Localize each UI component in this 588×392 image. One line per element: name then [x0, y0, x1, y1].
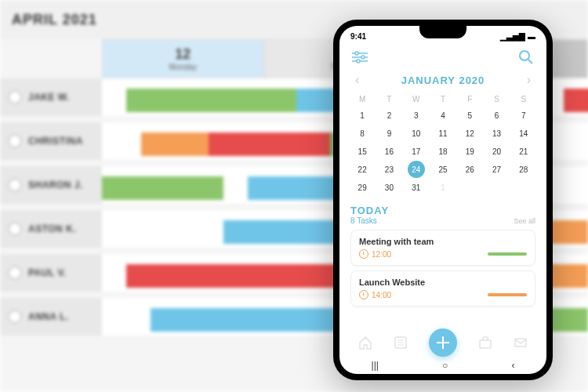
- android-nav: ||| ○ ‹: [339, 357, 546, 374]
- home-icon[interactable]: [358, 335, 373, 350]
- calendar-nav: ‹ JANUARY 2020 ›: [339, 73, 546, 87]
- cal-day[interactable]: 10: [403, 125, 430, 143]
- cal-day[interactable]: 13: [483, 125, 510, 143]
- calendar-grid: MTWTFSS123456789101112131415161718192021…: [339, 87, 546, 200]
- cal-weekday: W: [403, 92, 430, 107]
- svg-rect-12: [480, 340, 491, 348]
- gantt-title: APRIL 2021: [12, 12, 97, 28]
- recent-apps-icon[interactable]: |||: [372, 360, 379, 371]
- cal-weekday: T: [376, 92, 402, 107]
- filter-icon[interactable]: [350, 48, 369, 67]
- avatar: [8, 90, 22, 104]
- task-card[interactable]: Meeting with team12:00: [350, 230, 535, 266]
- cal-day[interactable]: 27: [483, 161, 510, 179]
- phone-frame: 9:41 ▁▃▅▇ ▬ ‹ JANUARY 2020 › MTWTFSS1234…: [333, 20, 553, 380]
- task-card[interactable]: Launch Website14:00: [350, 270, 535, 307]
- cal-day[interactable]: 23: [376, 161, 402, 179]
- task-bar[interactable]: [564, 89, 588, 112]
- task-bar[interactable]: [209, 132, 330, 156]
- person-cell[interactable]: JAKE W.: [0, 78, 102, 116]
- cal-day[interactable]: 26: [456, 161, 483, 179]
- cal-day[interactable]: 1: [430, 179, 456, 197]
- avatar: [8, 178, 22, 192]
- cal-day[interactable]: 11: [430, 125, 456, 143]
- cal-day[interactable]: 28: [510, 161, 537, 179]
- task-progress: [488, 293, 527, 296]
- avatar: [8, 222, 22, 236]
- svg-point-6: [520, 51, 529, 60]
- cal-day[interactable]: 9: [376, 125, 402, 143]
- see-all-link[interactable]: See all: [514, 217, 535, 225]
- cal-day[interactable]: 1: [349, 107, 376, 125]
- app-header: [339, 43, 546, 71]
- cal-weekday: F: [456, 92, 483, 107]
- today-title: TODAY: [350, 205, 389, 216]
- cal-day[interactable]: 20: [483, 143, 510, 161]
- mail-icon[interactable]: [513, 335, 528, 350]
- clock-icon: [359, 290, 368, 299]
- search-icon[interactable]: [517, 48, 535, 67]
- cal-day[interactable]: 18: [430, 143, 456, 161]
- cal-day[interactable]: 3: [403, 107, 430, 125]
- svg-rect-13: [515, 339, 526, 347]
- person-cell[interactable]: SHARON J.: [0, 166, 102, 204]
- today-count: 8 Tasks: [350, 216, 389, 225]
- add-button[interactable]: [429, 328, 457, 357]
- person-cell[interactable]: ASTON K.: [0, 210, 102, 248]
- back-nav-icon[interactable]: ‹: [511, 360, 514, 371]
- cal-day[interactable]: 19: [456, 143, 483, 161]
- avatar: [8, 310, 22, 324]
- phone-screen: 9:41 ▁▃▅▇ ▬ ‹ JANUARY 2020 › MTWTFSS1234…: [339, 26, 546, 374]
- phone-notch: [419, 26, 466, 38]
- svg-point-3: [361, 56, 365, 59]
- cal-day[interactable]: 12: [456, 125, 483, 143]
- cal-day[interactable]: 29: [349, 179, 376, 197]
- svg-line-7: [528, 60, 532, 64]
- calendar-title: JANUARY 2020: [401, 74, 485, 86]
- next-month-icon[interactable]: ›: [527, 73, 531, 87]
- task-time: 12:00: [359, 249, 391, 259]
- cal-day[interactable]: 16: [376, 143, 402, 161]
- task-time: 14:00: [359, 290, 391, 299]
- list-icon[interactable]: [393, 335, 408, 350]
- cal-day[interactable]: 24: [408, 161, 425, 178]
- avatar: [8, 134, 22, 148]
- cal-day[interactable]: 17: [403, 143, 430, 161]
- status-icons: ▁▃▅▇ ▬: [500, 32, 535, 41]
- avatar: [8, 266, 22, 280]
- person-cell[interactable]: CHRISTINA: [0, 122, 102, 160]
- task-bar[interactable]: [126, 89, 296, 112]
- cal-day[interactable]: 4: [430, 107, 456, 125]
- cal-weekday: M: [349, 92, 376, 107]
- person-cell[interactable]: ANNA L.: [0, 298, 102, 336]
- cal-day[interactable]: 14: [510, 125, 537, 143]
- cal-day[interactable]: 25: [430, 161, 456, 179]
- prev-month-icon[interactable]: ‹: [355, 73, 359, 87]
- signal-icon: ▁▃▅▇: [500, 32, 525, 41]
- task-title: Meeting with team: [359, 237, 527, 246]
- day-column[interactable]: 12Monday: [102, 39, 264, 78]
- svg-point-5: [357, 60, 360, 63]
- cal-day[interactable]: 7: [510, 107, 537, 125]
- cal-day[interactable]: 8: [349, 125, 376, 143]
- cal-day[interactable]: 15: [349, 143, 376, 161]
- battery-icon: ▬: [528, 32, 535, 41]
- clock-icon: [359, 249, 368, 259]
- cal-day[interactable]: 6: [483, 107, 510, 125]
- task-bar[interactable]: [102, 176, 223, 200]
- cal-weekday: S: [510, 92, 537, 107]
- today-section: TODAY 8 Tasks See all Meeting with team1…: [339, 200, 546, 316]
- home-nav-icon[interactable]: ○: [442, 360, 448, 371]
- cal-day[interactable]: 30: [376, 179, 402, 197]
- person-cell[interactable]: PAUL V.: [0, 254, 102, 292]
- cal-day[interactable]: 22: [349, 161, 376, 179]
- briefcase-icon[interactable]: [477, 335, 493, 350]
- cal-day[interactable]: 21: [510, 143, 537, 161]
- cal-day[interactable]: 31: [403, 179, 430, 197]
- bottom-nav: [339, 328, 546, 357]
- cal-day[interactable]: 2: [376, 107, 402, 125]
- cal-day[interactable]: 5: [456, 107, 483, 125]
- task-bar[interactable]: [141, 132, 209, 156]
- task-title: Launch Website: [359, 278, 527, 287]
- cal-weekday: S: [483, 92, 510, 107]
